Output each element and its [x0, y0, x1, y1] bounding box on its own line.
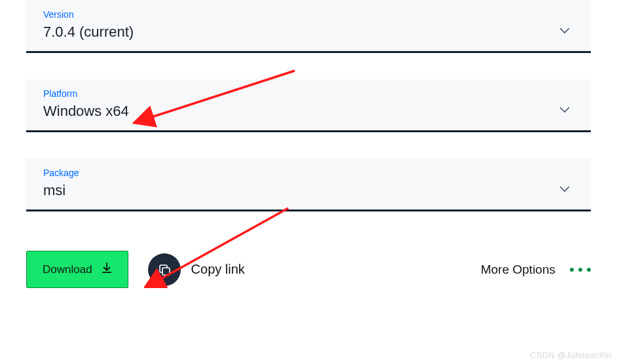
- package-selector[interactable]: Package msi: [26, 158, 591, 209]
- divider: [26, 209, 591, 211]
- svg-rect-1: [162, 268, 170, 275]
- chevron-down-icon: [559, 104, 570, 116]
- more-options-label: More Options: [481, 263, 555, 277]
- platform-label: Platform: [43, 88, 129, 99]
- package-label: Package: [43, 168, 79, 178]
- actions-row: Download Copy link: [26, 251, 591, 288]
- copy-icon: [148, 253, 181, 286]
- platform-selector[interactable]: Platform Windows x64: [26, 79, 591, 130]
- package-selector-group: Package msi: [26, 158, 591, 211]
- download-icon: [102, 262, 112, 277]
- copy-link-label: Copy link: [191, 262, 245, 277]
- version-selector-group: Version 7.0.4 (current): [26, 0, 591, 53]
- package-value: msi: [43, 182, 79, 199]
- chevron-down-icon: [559, 25, 570, 37]
- divider: [26, 51, 591, 53]
- watermark: CSDN @JohnsonXin: [530, 350, 612, 360]
- copy-link-button[interactable]: Copy link: [148, 253, 245, 286]
- more-options-button[interactable]: More Options: [481, 263, 591, 277]
- platform-selector-group: Platform Windows x64: [26, 79, 591, 132]
- version-selector[interactable]: Version 7.0.4 (current): [26, 0, 591, 51]
- version-value: 7.0.4 (current): [43, 24, 134, 41]
- download-button[interactable]: Download: [26, 251, 128, 288]
- chevron-down-icon: [559, 183, 570, 195]
- platform-value: Windows x64: [43, 103, 129, 120]
- download-button-label: Download: [43, 263, 92, 276]
- divider: [26, 130, 591, 132]
- version-label: Version: [43, 9, 134, 20]
- more-options-icon: [570, 268, 591, 272]
